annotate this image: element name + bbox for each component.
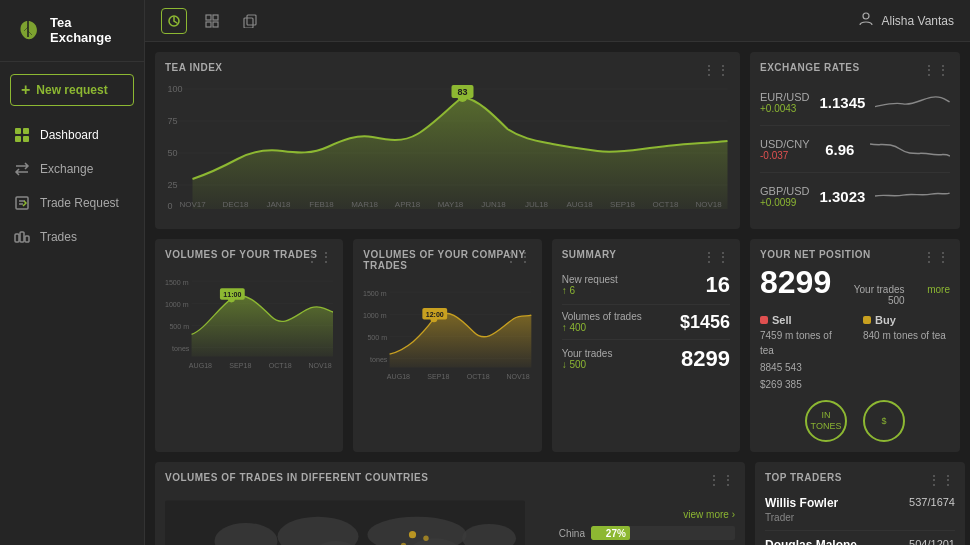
volumes-company-chart: 1500 m 1000 m 500 m tones 12:00 AUG18 SE… [363,277,531,387]
svg-text:1000 m: 1000 m [363,312,387,320]
topbar-copy-icon[interactable] [237,8,263,34]
top-traders-menu[interactable]: ⋮⋮ [927,472,955,488]
dashboard-nav-icon [14,127,30,143]
tea-index-title: TEA INDEX [165,62,730,73]
svg-text:SEP18: SEP18 [610,200,635,209]
svg-rect-10 [213,15,218,20]
svg-rect-12 [213,22,218,27]
net-circle-dollar: $ [863,400,905,442]
trader-0: Willis Fowler Trader 537/1674 [765,489,955,531]
svg-rect-9 [206,15,211,20]
svg-text:OCT18: OCT18 [269,362,292,370]
svg-text:JUL18: JUL18 [525,200,549,209]
row-3: VOLUMES OF TRADES IN DIFFERENT COUNTRIES… [155,462,960,545]
svg-point-81 [423,536,428,541]
dashboard-content: TEA INDEX ⋮⋮ 100 75 50 25 0 [145,42,970,545]
plus-icon: + [21,82,30,98]
net-circle-tones: IN TONES [805,400,847,442]
main-content: Alisha Vantas TEA INDEX ⋮⋮ 100 75 50 [145,0,970,545]
svg-text:JAN18: JAN18 [266,200,291,209]
svg-text:50: 50 [168,148,178,158]
net-position-menu[interactable]: ⋮⋮ [922,249,950,265]
new-request-button[interactable]: + New request [10,74,134,106]
trades-nav-icon [14,229,30,245]
sidebar-item-trade-request[interactable]: Trade Request [0,186,144,220]
svg-rect-0 [15,128,21,134]
sidebar-item-exchange[interactable]: Exchange [0,152,144,186]
countries-menu[interactable]: ⋮⋮ [707,472,735,488]
exchange-nav-icon [14,161,30,177]
trade-request-nav-icon [14,195,30,211]
svg-text:MAR18: MAR18 [351,200,378,209]
logo-text: Tea Exchange [50,16,111,46]
sidebar: Tea Exchange + New request Dashboard [0,0,145,545]
rate-row-usdcny: USD/CNY -0.037 6.96 [760,126,950,173]
topbar: Alisha Vantas [145,0,970,42]
row-2: VOLUMES OF YOUR TRADES ⋮⋮ 150 [155,239,960,452]
top-traders-card: TOP TRADERS ⋮⋮ Willis Fowler Trader 537/… [755,462,965,545]
svg-point-78 [409,531,416,538]
gbpusd-mini-chart [875,181,950,211]
net-position-card: YOUR NET POSITION ⋮⋮ 8299 Your trades 50… [750,239,960,452]
sell-dot [760,316,768,324]
trader-1: Douglas Malone CEO 504/1201 [765,531,955,545]
svg-text:tones: tones [370,356,388,364]
svg-text:0: 0 [168,201,173,209]
country-bars: view more › China 27% India [535,489,735,545]
topbar-right: Alisha Vantas [858,11,955,30]
svg-text:MAY18: MAY18 [438,200,464,209]
svg-text:25: 25 [168,180,178,190]
topbar-dashboard-icon[interactable] [161,8,187,34]
svg-rect-1 [23,128,29,134]
summary-row-2: Your trades ↓ 500 8299 [562,340,730,378]
net-sell-side: Sell 7459 m tones of tea 8845 543 $269 3… [760,314,847,392]
svg-rect-3 [23,136,29,142]
volumes-company-menu[interactable]: ⋮⋮ [504,249,532,265]
username: Alisha Vantas [882,14,955,28]
net-circles: IN TONES $ [760,400,950,442]
svg-text:NOV18: NOV18 [507,373,530,381]
svg-text:11:00: 11:00 [223,291,241,299]
volumes-company-card: VOLUMES OF YOUR COMPANY TRADES ⋮⋮ 1500 m [353,239,541,452]
svg-text:1500 m: 1500 m [165,279,189,287]
svg-text:NOV18: NOV18 [695,200,722,209]
svg-rect-7 [25,236,29,242]
summary-menu[interactable]: ⋮⋮ [702,249,730,265]
sidebar-item-dashboard[interactable]: Dashboard [0,118,144,152]
summary-row-1: Volumes of trades ↑ 400 $1456 [562,305,730,340]
topbar-grid-icon[interactable] [199,8,225,34]
svg-text:tones: tones [172,345,190,353]
svg-rect-11 [206,22,211,27]
svg-point-15 [863,13,869,19]
view-more[interactable]: view more › [535,509,735,520]
topbar-left [161,8,263,34]
rate-row-eurusd: EUR/USD +0.0043 1.1345 [760,79,950,126]
svg-rect-2 [15,136,21,142]
country-china: China 27% [535,526,735,540]
volumes-trades-chart: 1500 m 1000 m 500 m tones 11:00 AUG18 SE… [165,266,333,376]
svg-text:APR18: APR18 [395,200,421,209]
summary-row-0: New request ↑ 6 16 [562,266,730,305]
exchange-rates-card: EXCHANGE RATES ⋮⋮ EUR/USD +0.0043 1.1345 [750,52,960,229]
svg-rect-14 [244,18,253,28]
countries-map-card: VOLUMES OF TRADES IN DIFFERENT COUNTRIES… [155,462,745,545]
countries-content: view more › China 27% India [165,489,735,545]
svg-text:500 m: 500 m [368,334,388,342]
svg-text:AUG18: AUG18 [387,373,410,381]
tea-index-menu[interactable]: ⋮⋮ [702,62,730,78]
sidebar-item-trades[interactable]: Trades [0,220,144,254]
logo-icon [14,17,42,45]
svg-text:DEC18: DEC18 [223,200,249,209]
rate-row-gbpusd: GBP/USD +0.0099 1.3023 [760,173,950,219]
svg-text:OCT18: OCT18 [653,200,679,209]
svg-text:1000 m: 1000 m [165,301,189,309]
user-icon [858,11,874,30]
svg-text:SEP18: SEP18 [428,373,450,381]
logo-area: Tea Exchange [0,0,144,62]
countries-title: VOLUMES OF TRADES IN DIFFERENT COUNTRIES [165,472,735,483]
eurusd-mini-chart [875,87,950,117]
tea-index-chart: 100 75 50 25 0 [165,79,730,209]
svg-rect-13 [247,15,256,25]
volumes-trades-menu[interactable]: ⋮⋮ [305,249,333,265]
exchange-rates-menu[interactable]: ⋮⋮ [922,62,950,78]
